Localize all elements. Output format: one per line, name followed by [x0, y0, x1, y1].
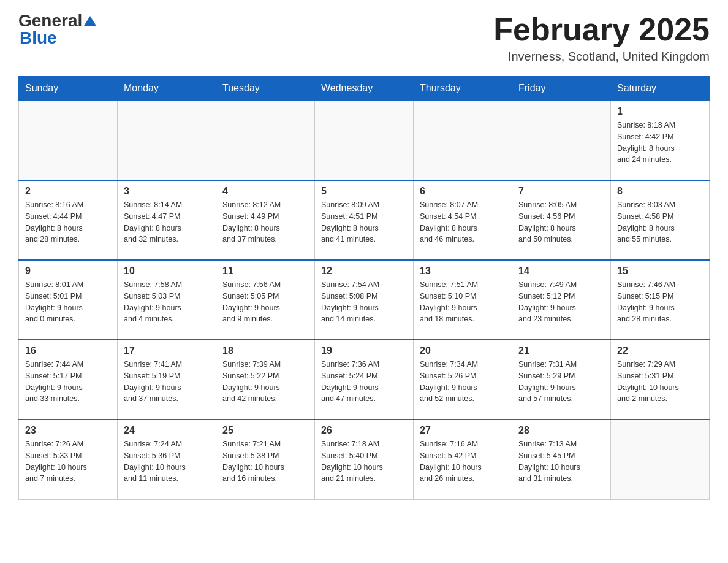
day-number: 4 — [222, 186, 308, 197]
calendar-cell: 16Sunrise: 7:44 AMSunset: 5:17 PMDayligh… — [19, 340, 118, 419]
calendar-cell — [118, 101, 216, 180]
weekday-header-saturday: Saturday — [611, 77, 710, 101]
calendar-week-row: 1Sunrise: 8:18 AMSunset: 4:42 PMDaylight… — [19, 101, 710, 180]
calendar-cell: 27Sunrise: 7:16 AMSunset: 5:42 PMDayligh… — [414, 419, 512, 499]
calendar-cell: 21Sunrise: 7:31 AMSunset: 5:29 PMDayligh… — [512, 340, 611, 419]
calendar-cell: 13Sunrise: 7:51 AMSunset: 5:10 PMDayligh… — [414, 260, 512, 340]
day-number: 22 — [617, 345, 703, 356]
day-number: 23 — [25, 425, 111, 436]
day-info: Sunrise: 7:41 AMSunset: 5:19 PMDaylight:… — [124, 359, 210, 405]
month-title: February 2025 — [493, 12, 710, 47]
calendar-cell — [414, 101, 512, 180]
logo-general-text: General — [18, 12, 82, 29]
day-number: 18 — [222, 345, 308, 356]
day-info: Sunrise: 7:24 AMSunset: 5:36 PMDaylight:… — [124, 439, 210, 484]
calendar-cell — [512, 101, 611, 180]
weekday-header-friday: Friday — [512, 77, 611, 101]
calendar-cell: 19Sunrise: 7:36 AMSunset: 5:24 PMDayligh… — [315, 340, 414, 419]
logo-triangle-icon — [84, 16, 96, 26]
day-info: Sunrise: 8:01 AMSunset: 5:01 PMDaylight:… — [25, 279, 111, 325]
calendar-cell: 5Sunrise: 8:09 AMSunset: 4:51 PMDaylight… — [315, 180, 414, 260]
day-number: 12 — [321, 266, 407, 277]
day-info: Sunrise: 7:29 AMSunset: 5:31 PMDaylight:… — [617, 359, 703, 405]
calendar-week-row: 23Sunrise: 7:26 AMSunset: 5:33 PMDayligh… — [19, 419, 710, 499]
calendar-week-row: 2Sunrise: 8:16 AMSunset: 4:44 PMDaylight… — [19, 180, 710, 260]
day-info: Sunrise: 7:49 AMSunset: 5:12 PMDaylight:… — [518, 279, 604, 325]
weekday-header-thursday: Thursday — [414, 77, 512, 101]
day-number: 26 — [321, 425, 407, 436]
weekday-header-monday: Monday — [118, 77, 216, 101]
calendar-table: SundayMondayTuesdayWednesdayThursdayFrid… — [18, 76, 710, 500]
calendar-week-row: 9Sunrise: 8:01 AMSunset: 5:01 PMDaylight… — [19, 260, 710, 340]
day-info: Sunrise: 7:13 AMSunset: 5:45 PMDaylight:… — [518, 439, 604, 484]
day-info: Sunrise: 7:44 AMSunset: 5:17 PMDaylight:… — [25, 359, 111, 405]
day-info: Sunrise: 7:39 AMSunset: 5:22 PMDaylight:… — [222, 359, 308, 405]
day-number: 27 — [420, 425, 506, 436]
header: General Blue February 2025 Inverness, Sc… — [18, 12, 710, 64]
day-info: Sunrise: 8:07 AMSunset: 4:54 PMDaylight:… — [420, 199, 506, 245]
calendar-cell: 6Sunrise: 8:07 AMSunset: 4:54 PMDaylight… — [414, 180, 512, 260]
day-info: Sunrise: 8:12 AMSunset: 4:49 PMDaylight:… — [222, 199, 308, 245]
day-number: 10 — [124, 266, 210, 277]
day-info: Sunrise: 7:54 AMSunset: 5:08 PMDaylight:… — [321, 279, 407, 325]
title-area: February 2025 Inverness, Scotland, Unite… — [493, 12, 710, 64]
calendar-cell: 2Sunrise: 8:16 AMSunset: 4:44 PMDaylight… — [19, 180, 118, 260]
day-number: 3 — [124, 186, 210, 197]
calendar-cell: 4Sunrise: 8:12 AMSunset: 4:49 PMDaylight… — [216, 180, 315, 260]
calendar-cell: 22Sunrise: 7:29 AMSunset: 5:31 PMDayligh… — [611, 340, 710, 419]
calendar-cell: 24Sunrise: 7:24 AMSunset: 5:36 PMDayligh… — [118, 419, 216, 499]
logo: General Blue — [18, 12, 96, 47]
day-info: Sunrise: 8:18 AMSunset: 4:42 PMDaylight:… — [617, 120, 703, 166]
day-info: Sunrise: 7:16 AMSunset: 5:42 PMDaylight:… — [420, 439, 506, 484]
day-number: 17 — [124, 345, 210, 356]
calendar-cell: 8Sunrise: 8:03 AMSunset: 4:58 PMDaylight… — [611, 180, 710, 260]
weekday-header-sunday: Sunday — [19, 77, 118, 101]
day-number: 16 — [25, 345, 111, 356]
day-info: Sunrise: 7:26 AMSunset: 5:33 PMDaylight:… — [25, 439, 111, 484]
day-info: Sunrise: 8:16 AMSunset: 4:44 PMDaylight:… — [25, 199, 111, 245]
calendar-cell: 12Sunrise: 7:54 AMSunset: 5:08 PMDayligh… — [315, 260, 414, 340]
calendar-cell: 10Sunrise: 7:58 AMSunset: 5:03 PMDayligh… — [118, 260, 216, 340]
day-number: 1 — [617, 106, 703, 117]
day-number: 8 — [617, 186, 703, 197]
day-number: 9 — [25, 266, 111, 277]
day-info: Sunrise: 7:18 AMSunset: 5:40 PMDaylight:… — [321, 439, 407, 484]
day-number: 25 — [222, 425, 308, 436]
calendar-cell: 14Sunrise: 7:49 AMSunset: 5:12 PMDayligh… — [512, 260, 611, 340]
day-info: Sunrise: 7:21 AMSunset: 5:38 PMDaylight:… — [222, 439, 308, 484]
logo-blue-text: Blue — [20, 29, 57, 47]
calendar-cell: 26Sunrise: 7:18 AMSunset: 5:40 PMDayligh… — [315, 419, 414, 499]
weekday-header-row: SundayMondayTuesdayWednesdayThursdayFrid… — [19, 77, 710, 101]
calendar-cell: 23Sunrise: 7:26 AMSunset: 5:33 PMDayligh… — [19, 419, 118, 499]
day-number: 2 — [25, 186, 111, 197]
calendar-cell: 28Sunrise: 7:13 AMSunset: 5:45 PMDayligh… — [512, 419, 611, 499]
day-info: Sunrise: 8:05 AMSunset: 4:56 PMDaylight:… — [518, 199, 604, 245]
calendar-cell — [611, 419, 710, 499]
day-number: 5 — [321, 186, 407, 197]
calendar-cell: 15Sunrise: 7:46 AMSunset: 5:15 PMDayligh… — [611, 260, 710, 340]
calendar-cell — [19, 101, 118, 180]
day-number: 19 — [321, 345, 407, 356]
day-number: 13 — [420, 266, 506, 277]
day-info: Sunrise: 7:34 AMSunset: 5:26 PMDaylight:… — [420, 359, 506, 405]
day-number: 7 — [518, 186, 604, 197]
day-info: Sunrise: 7:46 AMSunset: 5:15 PMDaylight:… — [617, 279, 703, 325]
day-number: 20 — [420, 345, 506, 356]
calendar-cell: 20Sunrise: 7:34 AMSunset: 5:26 PMDayligh… — [414, 340, 512, 419]
calendar-cell: 11Sunrise: 7:56 AMSunset: 5:05 PMDayligh… — [216, 260, 315, 340]
weekday-header-wednesday: Wednesday — [315, 77, 414, 101]
calendar-cell: 7Sunrise: 8:05 AMSunset: 4:56 PMDaylight… — [512, 180, 611, 260]
calendar-cell: 25Sunrise: 7:21 AMSunset: 5:38 PMDayligh… — [216, 419, 315, 499]
calendar-cell — [315, 101, 414, 180]
calendar-cell: 3Sunrise: 8:14 AMSunset: 4:47 PMDaylight… — [118, 180, 216, 260]
calendar-cell — [216, 101, 315, 180]
day-number: 28 — [518, 425, 604, 436]
calendar-cell: 9Sunrise: 8:01 AMSunset: 5:01 PMDaylight… — [19, 260, 118, 340]
day-number: 11 — [222, 266, 308, 277]
day-info: Sunrise: 8:03 AMSunset: 4:58 PMDaylight:… — [617, 199, 703, 245]
day-info: Sunrise: 7:31 AMSunset: 5:29 PMDaylight:… — [518, 359, 604, 405]
day-number: 21 — [518, 345, 604, 356]
day-info: Sunrise: 7:56 AMSunset: 5:05 PMDaylight:… — [222, 279, 308, 325]
location-subtitle: Inverness, Scotland, United Kingdom — [493, 50, 710, 64]
day-number: 6 — [420, 186, 506, 197]
